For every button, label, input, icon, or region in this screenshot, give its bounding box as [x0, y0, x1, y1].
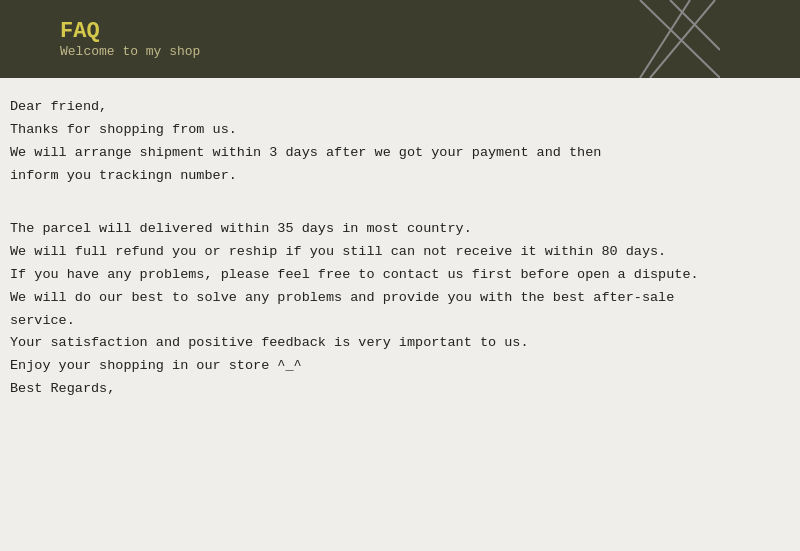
- header-text-block: FAQ Welcome to my shop: [60, 19, 200, 59]
- page-subtitle: Welcome to my shop: [60, 44, 200, 59]
- line-shipment: We will arrange shipment within 3 days a…: [10, 142, 780, 165]
- line-best: We will do our best to solve any problem…: [10, 287, 780, 310]
- content-area: Dear friend, Thanks for shopping from us…: [0, 78, 800, 551]
- line-parcel: The parcel will delivered within 35 days…: [10, 218, 780, 241]
- line-satisfaction: Your satisfaction and positive feedback …: [10, 332, 780, 355]
- line-regards: Best Regards,: [10, 378, 780, 401]
- spacer: [10, 188, 780, 218]
- line-problems: If you have any problems, please feel fr…: [10, 264, 780, 287]
- line-thanks: Thanks for shopping from us.: [10, 119, 780, 142]
- line-inform: inform you trackingn number.: [10, 165, 780, 188]
- line-refund: We will full refund you or reship if you…: [10, 241, 780, 264]
- page-title: FAQ: [60, 19, 200, 44]
- line-service: service.: [10, 310, 780, 333]
- header: FAQ Welcome to my shop: [0, 0, 800, 78]
- line-dear-friend: Dear friend,: [10, 96, 780, 119]
- line-enjoy: Enjoy your shopping in our store ^_^: [10, 355, 780, 378]
- header-decoration-icon: [560, 0, 720, 78]
